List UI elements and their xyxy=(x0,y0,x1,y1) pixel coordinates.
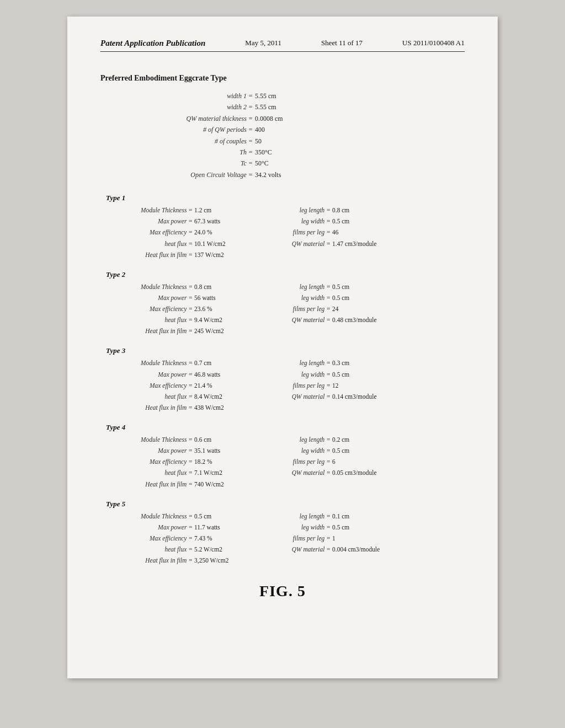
type-data-row: heat flux =9.4 W/cm2QW material =0.48 cm… xyxy=(128,314,465,325)
left-label: Heat flux in film = xyxy=(128,555,194,566)
left-label: Heat flux in film = xyxy=(128,402,194,413)
right-label: QW material = xyxy=(282,391,332,402)
left-label: Module Thickness = xyxy=(128,357,194,368)
type-data-row: Max power =11.7 wattsleg width =0.5 cm xyxy=(128,522,465,533)
right-label: films per leg = xyxy=(282,533,332,544)
right-value: 0.5 cm xyxy=(332,522,398,533)
left-col: Max efficiency =23.6 % xyxy=(128,303,282,314)
param-row: width 1 =5.55 cm xyxy=(145,90,465,101)
left-label: Max power = xyxy=(128,445,194,456)
right-value: 0.3 cm xyxy=(332,357,398,368)
right-value: 1 xyxy=(332,533,398,544)
type-section: Type 4Module Thickness =0.6 cmleg length… xyxy=(100,423,465,490)
param-row: Tc =50°C xyxy=(145,158,465,169)
type-data-row: Module Thickness =0.6 cmleg length =0.2 … xyxy=(128,434,465,445)
param-row: QW material thickness =0.0008 cm xyxy=(145,113,465,124)
left-value: 3,250 W/cm2 xyxy=(194,555,238,566)
param-label: # of couples = xyxy=(145,136,255,147)
type-label: Type 2 xyxy=(106,270,465,279)
left-col: heat flux =7.1 W/cm2 xyxy=(128,467,282,478)
param-label: Open Circuit Voltage = xyxy=(145,169,255,180)
left-label: Module Thickness = xyxy=(128,434,194,445)
param-value: 50 xyxy=(255,136,299,147)
right-value: 6 xyxy=(332,456,398,467)
right-col: leg width =0.5 cm xyxy=(282,292,398,303)
param-value: 5.55 cm xyxy=(255,101,299,113)
left-col: Heat flux in film =245 W/cm2 xyxy=(128,325,282,336)
left-value: 0.6 cm xyxy=(194,434,238,445)
left-value: 740 W/cm2 xyxy=(194,479,238,490)
left-label: Max efficiency = xyxy=(128,380,194,391)
right-col: films per leg =12 xyxy=(282,380,398,391)
type-data-row: Heat flux in film =438 W/cm2 xyxy=(128,402,465,413)
right-label: QW material = xyxy=(282,467,332,478)
right-value: 0.5 cm xyxy=(332,445,398,456)
type-data-row: Max efficiency =23.6 %films per leg =24 xyxy=(128,303,465,314)
right-value: 0.48 cm3/module xyxy=(332,314,398,325)
figure-label: FIG. 5 xyxy=(100,582,465,600)
type-data-row: heat flux =7.1 W/cm2QW material =0.05 cm… xyxy=(128,467,465,478)
section-title: Preferred Embodiment Eggcrate Type xyxy=(100,74,465,83)
left-col: Max efficiency =24.0 % xyxy=(128,227,282,238)
left-value: 23.6 % xyxy=(194,303,238,314)
right-col: films per leg =46 xyxy=(282,227,398,238)
type-label: Type 1 xyxy=(106,194,465,202)
type-data-row: Max power =56 wattsleg width =0.5 cm xyxy=(128,292,465,303)
param-value: 350°C xyxy=(255,147,299,158)
right-value: 0.5 cm xyxy=(332,292,398,303)
param-row: Open Circuit Voltage =34.2 volts xyxy=(145,169,465,180)
right-col: QW material =0.14 cm3/module xyxy=(282,391,398,402)
type-data-row: heat flux =8.4 W/cm2QW material =0.14 cm… xyxy=(128,391,465,402)
left-col: Max power =35.1 watts xyxy=(128,445,282,456)
type-section: Type 2Module Thickness =0.8 cmleg length… xyxy=(100,270,465,337)
left-col: Max power =67.3 watts xyxy=(128,216,282,227)
type-label: Type 5 xyxy=(106,500,465,508)
type-section: Type 1Module Thickness =1.2 cmleg length… xyxy=(100,194,465,260)
right-value: 0.5 cm xyxy=(332,216,398,227)
type-data-row: Max efficiency =18.2 %films per leg =6 xyxy=(128,456,465,467)
type-data-row: Module Thickness =0.8 cmleg length =0.5 … xyxy=(128,281,465,292)
left-col: heat flux =9.4 W/cm2 xyxy=(128,314,282,325)
left-value: 7.1 W/cm2 xyxy=(194,467,238,478)
right-label: leg width = xyxy=(282,292,332,303)
left-value: 9.4 W/cm2 xyxy=(194,314,238,325)
left-label: heat flux = xyxy=(128,238,194,249)
left-col: Heat flux in film =137 W/cm2 xyxy=(128,249,282,260)
left-value: 5.2 W/cm2 xyxy=(194,544,238,555)
right-col: leg width =0.5 cm xyxy=(282,522,398,533)
page-header: Patent Application Publication May 5, 20… xyxy=(100,39,465,52)
left-label: Max power = xyxy=(128,522,194,533)
left-label: Max efficiency = xyxy=(128,533,194,544)
left-col: Module Thickness =0.8 cm xyxy=(128,281,282,292)
right-value: 12 xyxy=(332,380,398,391)
right-col: films per leg =1 xyxy=(282,533,398,544)
left-value: 0.7 cm xyxy=(194,357,238,368)
left-value: 35.1 watts xyxy=(194,445,238,456)
left-value: 7.43 % xyxy=(194,533,238,544)
left-label: heat flux = xyxy=(128,391,194,402)
left-value: 438 W/cm2 xyxy=(194,402,238,413)
left-value: 56 watts xyxy=(194,292,238,303)
left-col: Module Thickness =0.5 cm xyxy=(128,511,282,522)
right-col: films per leg =24 xyxy=(282,303,398,314)
left-col: heat flux =5.2 W/cm2 xyxy=(128,544,282,555)
type-data-row: heat flux =5.2 W/cm2QW material =0.004 c… xyxy=(128,544,465,555)
left-label: heat flux = xyxy=(128,467,194,478)
patent-page: Patent Application Publication May 5, 20… xyxy=(67,17,498,678)
param-value: 5.55 cm xyxy=(255,90,299,101)
right-col: QW material =0.004 cm3/module xyxy=(282,544,398,555)
right-label: leg length = xyxy=(282,434,332,445)
param-value: 34.2 volts xyxy=(255,169,299,180)
right-value: 0.5 cm xyxy=(332,369,398,380)
right-col: leg length =0.8 cm xyxy=(282,205,398,216)
type-data-row: Heat flux in film =3,250 W/cm2 xyxy=(128,555,465,566)
types-container: Type 1Module Thickness =1.2 cmleg length… xyxy=(100,194,465,566)
left-col: Max efficiency =21.4 % xyxy=(128,380,282,391)
right-label: QW material = xyxy=(282,544,332,555)
param-label: width 1 = xyxy=(145,90,255,101)
right-label: leg length = xyxy=(282,281,332,292)
left-col: Max power =46.8 watts xyxy=(128,369,282,380)
right-value: 0.004 cm3/module xyxy=(332,544,398,555)
right-label: leg length = xyxy=(282,357,332,368)
left-value: 67.3 watts xyxy=(194,216,238,227)
